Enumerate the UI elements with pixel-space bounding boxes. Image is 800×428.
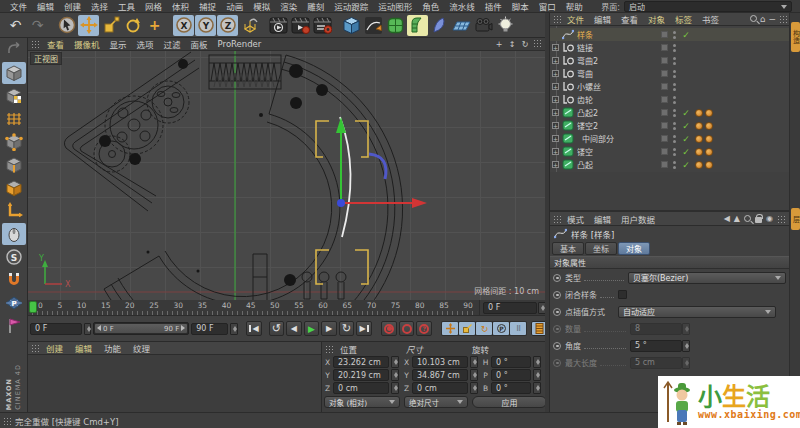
- object-row[interactable]: + 链接: [550, 41, 790, 54]
- menu-mograph[interactable]: 运动图形: [373, 0, 417, 12]
- last-tool-button[interactable]: +: [144, 15, 165, 36]
- tag-icons[interactable]: [695, 109, 713, 117]
- animation-dot-icon[interactable]: [553, 291, 561, 299]
- panel-divider[interactable]: [550, 172, 790, 212]
- expand-icon[interactable]: +: [552, 44, 559, 51]
- menu-sculpt[interactable]: 雕刻: [302, 0, 329, 12]
- om-menu-objects[interactable]: 对象: [644, 13, 669, 25]
- magnet-snap-icon[interactable]: [2, 269, 26, 291]
- interface-dropdown[interactable]: 启动: [624, 1, 792, 12]
- key-position-toggle[interactable]: [442, 322, 458, 335]
- object-row[interactable]: + 镂空 ✓: [550, 145, 790, 158]
- object-row[interactable]: + 齿轮: [550, 93, 790, 106]
- menu-window[interactable]: 窗口: [534, 0, 561, 12]
- visibility-dots[interactable]: [672, 83, 677, 91]
- visibility-dots[interactable]: [672, 70, 677, 78]
- layer-swatch[interactable]: [661, 122, 668, 129]
- tab-coordinates[interactable]: 坐标: [585, 242, 617, 255]
- expand-icon[interactable]: +: [552, 135, 559, 142]
- panel-grip-icon[interactable]: [325, 345, 333, 353]
- search-icon[interactable]: [750, 15, 757, 22]
- stepper[interactable]: [682, 340, 690, 352]
- object-row[interactable]: + 小螺丝: [550, 80, 790, 93]
- camera-button[interactable]: [473, 15, 494, 36]
- bend-deformer-button[interactable]: [407, 15, 428, 36]
- expand-icon[interactable]: +: [552, 148, 559, 155]
- menu-render[interactable]: 渲染: [275, 0, 302, 12]
- stepper[interactable]: [391, 369, 399, 381]
- range-end-stepper[interactable]: [230, 323, 237, 335]
- render-to-picture-viewer-button[interactable]: [290, 15, 311, 36]
- size-z-field[interactable]: 0 cm: [412, 382, 468, 394]
- am-menu-userdata[interactable]: 用户数据: [617, 213, 659, 225]
- menu-mesh[interactable]: 网格: [140, 0, 167, 12]
- material-menu-function[interactable]: 功能: [99, 342, 126, 354]
- search-icon[interactable]: [744, 215, 751, 222]
- om-menu-edit[interactable]: 编辑: [590, 13, 615, 25]
- keyframe-options-button[interactable]: ?: [416, 321, 432, 336]
- menu-snap[interactable]: 捕捉: [194, 0, 221, 12]
- animation-dot-icon[interactable]: [553, 342, 561, 350]
- viewport-canvas[interactable]: Y X 正视图 网格间距 : 10 cm: [28, 51, 545, 300]
- render-settings-button[interactable]: [312, 15, 333, 36]
- viewport-solo-icon[interactable]: [2, 223, 26, 245]
- spline-pen-button[interactable]: [363, 15, 384, 36]
- record-keyframe-button[interactable]: [381, 321, 397, 336]
- layer-swatch[interactable]: [661, 109, 668, 116]
- axis-mode-icon[interactable]: [2, 200, 26, 222]
- rotate-tool[interactable]: [122, 15, 143, 36]
- filter-icon[interactable]: −: [768, 14, 776, 24]
- menu-tools[interactable]: 工具: [113, 0, 140, 12]
- stepper[interactable]: [470, 369, 478, 381]
- toggle-views-icon[interactable]: [533, 39, 541, 47]
- am-menu-edit[interactable]: 编辑: [590, 213, 615, 225]
- visibility-dots[interactable]: [672, 122, 677, 130]
- zoom-view-icon[interactable]: ↕: [507, 39, 517, 49]
- stepper[interactable]: [470, 382, 478, 394]
- panel-grip-icon[interactable]: [31, 344, 39, 352]
- subdivision-surface-button[interactable]: [385, 15, 406, 36]
- playhead[interactable]: [29, 301, 37, 313]
- lock-workplane-icon[interactable]: [2, 315, 26, 337]
- render-view-button[interactable]: [268, 15, 289, 36]
- material-menu-edit[interactable]: 编辑: [70, 342, 97, 354]
- stepper[interactable]: [533, 369, 541, 381]
- visibility-dots[interactable]: [672, 31, 677, 39]
- edge-mode-icon[interactable]: [2, 154, 26, 176]
- viewport-menu-camera[interactable]: 摄像机: [69, 38, 105, 50]
- apply-button[interactable]: 应用: [472, 396, 547, 408]
- lock-icon[interactable]: [755, 217, 762, 223]
- workplane-icon[interactable]: P: [2, 292, 26, 314]
- next-frame-button[interactable]: ▶: [321, 321, 337, 336]
- object-properties-header[interactable]: 对象属性: [550, 256, 790, 269]
- material-menu-create[interactable]: 创建: [41, 342, 68, 354]
- menu-animate[interactable]: 动画: [221, 0, 248, 12]
- layer-swatch[interactable]: [661, 44, 668, 51]
- layer-swatch[interactable]: [661, 148, 668, 155]
- make-editable-icon[interactable]: [2, 39, 26, 61]
- points-mode-icon[interactable]: [2, 131, 26, 153]
- panel-icon[interactable]: [777, 215, 785, 223]
- object-row[interactable]: 样条 ✓: [550, 28, 790, 41]
- polygon-mode-icon[interactable]: [2, 177, 26, 199]
- expand-icon[interactable]: +: [552, 122, 559, 129]
- enabled-check-icon[interactable]: ✓: [681, 160, 691, 170]
- key-scale-toggle[interactable]: [459, 322, 475, 335]
- menu-volume[interactable]: 体积: [167, 0, 194, 12]
- play-button[interactable]: ▶: [304, 321, 320, 336]
- history-back-icon[interactable]: ◀: [724, 214, 730, 223]
- floor-button[interactable]: [451, 15, 472, 36]
- undo-button[interactable]: ↶: [5, 15, 26, 36]
- viewport-menu-filter[interactable]: 过滤: [159, 38, 186, 50]
- object-row[interactable]: + 弯曲: [550, 67, 790, 80]
- rotation-p-field[interactable]: 0 °: [491, 369, 531, 381]
- expand-icon[interactable]: +: [552, 161, 559, 168]
- rotation-b-field[interactable]: 0 °: [491, 382, 531, 394]
- layer-swatch[interactable]: [661, 57, 668, 64]
- rotate-view-icon[interactable]: ↻: [520, 39, 530, 49]
- am-menu-mode[interactable]: 模式: [563, 213, 588, 225]
- preview-range-slider[interactable]: 0 F 90 F: [93, 322, 189, 335]
- menu-help[interactable]: 帮助: [561, 0, 588, 12]
- view-label[interactable]: 正视图: [30, 52, 62, 65]
- object-row[interactable]: + 中间部分 ✓: [550, 132, 790, 145]
